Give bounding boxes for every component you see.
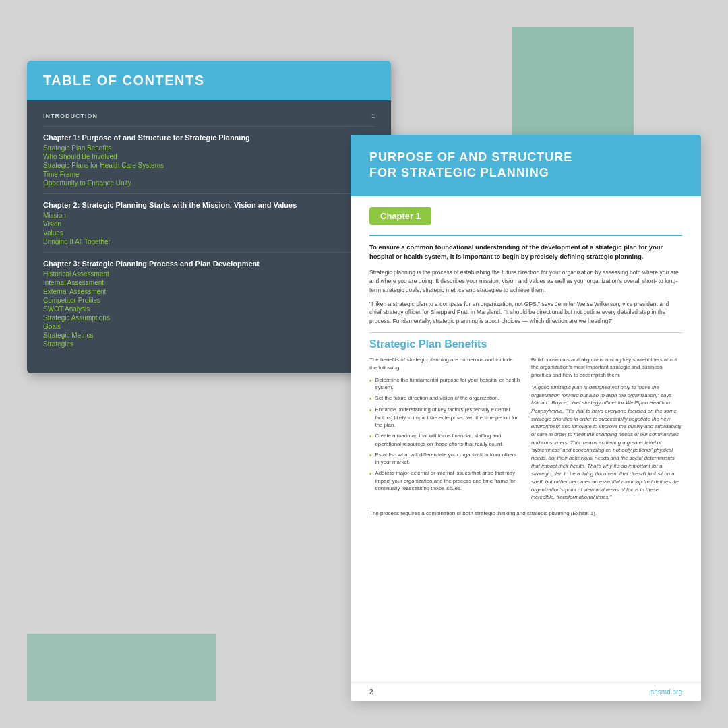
- chapter-badge: Chapter 1: [369, 207, 431, 225]
- bullet-6: • Address major external or internal iss…: [369, 469, 520, 492]
- toc-panel: TABLE OF CONTENTS INTRODUCTION 1 Chapter…: [27, 61, 391, 373]
- toc-sub-2-1-label: Mission: [43, 212, 66, 219]
- toc-chapter-3-row: Chapter 3: Strategic Planning Process an…: [43, 260, 375, 268]
- toc-sub-2-2[interactable]: Vision: [43, 220, 375, 228]
- col-right: Build consensus and alignment among key …: [531, 356, 682, 506]
- toc-sub-1-2[interactable]: Who Should Be Involved 4: [43, 153, 375, 160]
- page-footer: 2 shsmd.org: [351, 682, 701, 701]
- toc-sub-3-4-label: Competitor Profiles: [43, 297, 100, 304]
- page-site: shsmd.org: [650, 688, 682, 696]
- toc-sub-2-3[interactable]: Values: [43, 229, 375, 237]
- col-right-quote: "A good strategic plan is designed not o…: [531, 384, 682, 502]
- toc-sub-1-5-label: Opportunity to Enhance Unity: [43, 179, 131, 187]
- bg-decoration-bottom: [27, 634, 216, 701]
- toc-sub-3-4[interactable]: Competitor Profiles: [43, 297, 375, 304]
- toc-title: TABLE OF CONTENTS: [43, 73, 205, 88]
- bullet-text-6: Address major external or internal issue…: [375, 469, 520, 492]
- toc-sub-1-2-label: Who Should Be Involved: [43, 153, 117, 160]
- page-number: 2: [369, 688, 373, 696]
- toc-sub-1-3-label: Strategic Plans for Health Care Systems: [43, 162, 164, 169]
- toc-divider-2: [43, 193, 375, 194]
- bullet-1: • Determine the fundamental purpose for …: [369, 376, 520, 392]
- toc-sub-1-5[interactable]: Opportunity to Enhance Unity 10: [43, 179, 375, 187]
- toc-chapter-3-title: Chapter 3: Strategic Planning Process an…: [43, 260, 260, 268]
- col-left: The benefits of strategic planning are n…: [369, 356, 520, 506]
- toc-sub-3-3[interactable]: External Assessment: [43, 288, 375, 295]
- toc-sub-1-1-label: Strategic Plan Benefits: [43, 144, 111, 152]
- bullet-dot-5: •: [369, 452, 372, 459]
- col-left-intro: The benefits of strategic planning are n…: [369, 356, 520, 372]
- bullet-3: • Enhance understanding of key factors (…: [369, 406, 520, 429]
- bullet-dot-1: •: [369, 377, 372, 384]
- toc-sub-2-4-label: Bringing It All Together: [43, 238, 111, 245]
- toc-sub-3-8[interactable]: Strategic Metrics: [43, 332, 375, 339]
- toc-divider-1: [43, 126, 375, 127]
- right-page-content: To ensure a common foundational understa…: [351, 225, 701, 527]
- toc-sub-1-1[interactable]: Strategic Plan Benefits 2: [43, 144, 375, 152]
- right-page: PURPOSE OF AND STRUCTUREFOR STRATEGIC PL…: [351, 135, 701, 701]
- two-col-benefits: The benefits of strategic planning are n…: [369, 356, 682, 506]
- bullet-text-1: Determine the fundamental purpose for yo…: [375, 376, 520, 392]
- toc-sub-3-3-label: External Assessment: [43, 288, 106, 295]
- toc-body: INTRODUCTION 1 Chapter 1: Purpose of and…: [27, 100, 391, 373]
- bullet-dot-6: •: [369, 470, 372, 477]
- bullet-dot-3: •: [369, 406, 372, 414]
- toc-sub-2-3-label: Values: [43, 229, 63, 237]
- toc-chapter-1: Chapter 1: Purpose of and Structure for …: [43, 133, 375, 187]
- col-right-intro: Build consensus and alignment among key …: [531, 356, 682, 380]
- process-text: The process requires a combination of bo…: [369, 510, 682, 518]
- toc-intro-label: INTRODUCTION: [43, 113, 98, 119]
- toc-sub-2-4[interactable]: Bringing It All Together: [43, 238, 375, 245]
- toc-chapter-3: Chapter 3: Strategic Planning Process an…: [43, 260, 375, 348]
- toc-sub-3-7[interactable]: Goals: [43, 323, 375, 330]
- benefits-title: Strategic Plan Benefits: [369, 338, 682, 351]
- bullet-text-4: Create a roadmap that will focus financi…: [375, 432, 520, 448]
- toc-sub-3-9[interactable]: Strategies: [43, 340, 375, 348]
- toc-sub-3-2-label: Internal Assessment: [43, 279, 104, 286]
- toc-intro-page: 1: [371, 113, 375, 119]
- intro-bold: To ensure a common foundational understa…: [369, 243, 682, 262]
- toc-sub-3-9-label: Strategies: [43, 340, 73, 348]
- toc-chapter-1-row: Chapter 1: Purpose of and Structure for …: [43, 133, 375, 142]
- bullet-5: • Establish what will differentiate your…: [369, 451, 520, 466]
- toc-sub-3-2[interactable]: Internal Assessment: [43, 279, 375, 286]
- right-page-header: PURPOSE OF AND STRUCTUREFOR STRATEGIC PL…: [351, 135, 701, 196]
- toc-divider-3: [43, 252, 375, 253]
- bullet-dot-4: •: [369, 433, 372, 440]
- section-divider: [369, 332, 682, 333]
- toc-sub-3-7-label: Goals: [43, 323, 61, 330]
- toc-sub-1-4-label: Time Frame: [43, 171, 80, 178]
- right-page-title: PURPOSE OF AND STRUCTUREFOR STRATEGIC PL…: [369, 150, 682, 181]
- toc-sub-3-8-label: Strategic Metrics: [43, 332, 93, 339]
- toc-sub-1-3[interactable]: Strategic Plans for Health Care Systems …: [43, 162, 375, 169]
- toc-sub-1-4[interactable]: Time Frame 10: [43, 171, 375, 178]
- toc-sub-2-1[interactable]: Mission: [43, 212, 375, 219]
- toc-sub-3-5[interactable]: SWOT Analysis: [43, 305, 375, 313]
- bullet-2: • Set the future direction and vision of…: [369, 394, 520, 402]
- toc-chapter-2-title: Chapter 2: Strategic Planning Starts wit…: [43, 201, 297, 209]
- toc-chapter-2: Chapter 2: Strategic Planning Starts wit…: [43, 201, 375, 245]
- toc-sub-3-1-label: Historical Assessment: [43, 270, 109, 278]
- toc-chapter-1-title: Chapter 1: Purpose of and Structure for …: [43, 133, 250, 142]
- bullet-dot-2: •: [369, 395, 372, 402]
- toc-intro-row: INTRODUCTION 1: [43, 113, 375, 119]
- toc-header: TABLE OF CONTENTS: [27, 61, 391, 100]
- toc-sub-3-1[interactable]: Historical Assessment: [43, 270, 375, 278]
- bullet-4: • Create a roadmap that will focus finan…: [369, 432, 520, 448]
- intro-text: Strategic planning is the process of est…: [369, 268, 682, 294]
- toc-chapter-2-row: Chapter 2: Strategic Planning Starts wit…: [43, 201, 375, 209]
- page-divider-top: [369, 235, 682, 236]
- toc-sub-3-5-label: SWOT Analysis: [43, 305, 90, 313]
- toc-sub-3-6[interactable]: Strategic Assumptions: [43, 314, 375, 322]
- toc-sub-2-2-label: Vision: [43, 220, 61, 228]
- quote-text: "I liken a strategic plan to a compass f…: [369, 300, 682, 326]
- toc-sub-3-6-label: Strategic Assumptions: [43, 314, 110, 322]
- bullet-text-5: Establish what will differentiate your o…: [375, 451, 520, 466]
- bullet-text-3: Enhance understanding of key factors (es…: [375, 406, 520, 429]
- bullet-text-2: Set the future direction and vision of t…: [375, 394, 499, 402]
